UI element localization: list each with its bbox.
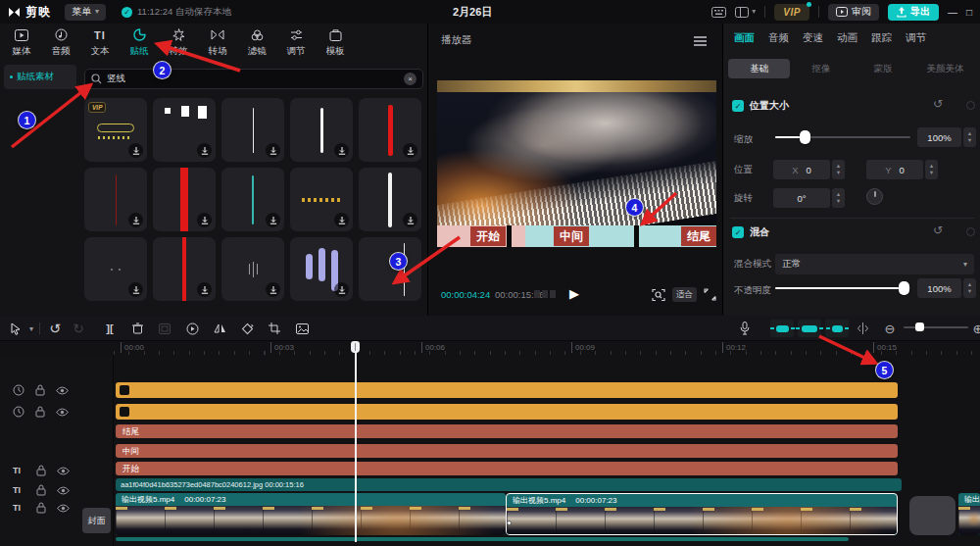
undo-button[interactable]: ↺ bbox=[47, 321, 63, 336]
sticker-tile[interactable] bbox=[290, 237, 353, 301]
clear-search-icon[interactable]: × bbox=[404, 73, 416, 85]
search-input[interactable] bbox=[107, 74, 399, 84]
sticker-tile[interactable]: VIP bbox=[84, 98, 147, 162]
eye-icon[interactable] bbox=[57, 504, 70, 513]
sticker-tile[interactable] bbox=[290, 168, 353, 231]
sticker-clip[interactable] bbox=[116, 404, 898, 420]
download-icon[interactable] bbox=[128, 213, 143, 227]
video-preview[interactable]: 开始 中间 结尾 bbox=[437, 80, 716, 247]
sticker-tile[interactable] bbox=[290, 98, 353, 162]
collapsed-clip[interactable] bbox=[909, 496, 956, 535]
playhead-handle[interactable] bbox=[351, 341, 360, 353]
select-tool[interactable] bbox=[8, 321, 24, 336]
checkbox-checked-icon[interactable]: ✓ bbox=[732, 100, 744, 112]
crop-button[interactable] bbox=[267, 321, 282, 336]
cover-button[interactable]: 封面 bbox=[82, 508, 111, 533]
fullscreen-icon[interactable] bbox=[704, 288, 716, 301]
preview-axis-toggle[interactable] bbox=[855, 321, 870, 336]
text-clip-middle[interactable]: 中间 bbox=[116, 444, 898, 458]
download-icon[interactable] bbox=[197, 143, 212, 158]
reset-icon[interactable]: ↺ bbox=[933, 223, 943, 237]
blend-mode-select[interactable]: 正常 ▾ bbox=[775, 254, 974, 274]
sticker-tile[interactable] bbox=[84, 237, 147, 301]
subtab-keying[interactable]: 抠像 bbox=[790, 59, 852, 78]
position-y-stepper[interactable]: ▲▼ bbox=[925, 160, 938, 179]
delete-button[interactable] bbox=[129, 321, 145, 336]
download-icon[interactable] bbox=[334, 213, 349, 227]
sticker-search-box[interactable]: × bbox=[84, 69, 423, 89]
scale-slider[interactable] bbox=[775, 130, 910, 144]
sticker-tile[interactable] bbox=[153, 98, 216, 162]
sticker-tile[interactable] bbox=[359, 98, 421, 162]
segment-end[interactable]: 结尾 bbox=[639, 225, 716, 247]
lock-icon[interactable] bbox=[36, 465, 46, 476]
fit-button[interactable]: 适合 bbox=[672, 287, 697, 302]
layout-switch-button[interactable]: ▾ bbox=[735, 7, 756, 18]
download-icon[interactable] bbox=[266, 282, 280, 297]
export-button[interactable]: 导出 bbox=[888, 4, 939, 21]
shortcut-keyboard-icon[interactable] bbox=[711, 7, 726, 18]
position-y-field[interactable]: Y 0 bbox=[866, 160, 923, 179]
playhead-line[interactable] bbox=[355, 341, 357, 542]
clip-handle-dot[interactable] bbox=[507, 521, 512, 525]
tab-speed[interactable]: 变速 bbox=[803, 31, 823, 45]
matting-button[interactable] bbox=[294, 321, 310, 336]
audio-strip[interactable] bbox=[116, 537, 849, 541]
tab-picture[interactable]: 画面 bbox=[734, 31, 755, 45]
rotate-stepper[interactable]: ▲▼ bbox=[832, 188, 845, 208]
sticker-tile[interactable] bbox=[84, 168, 147, 231]
download-icon[interactable] bbox=[403, 143, 417, 158]
video-clip-2-selected[interactable]: 输出视频5.mp400:00:07:23 bbox=[506, 493, 898, 535]
rotate-button[interactable] bbox=[239, 321, 255, 336]
rotate-knob[interactable] bbox=[866, 188, 883, 205]
sticker-clip[interactable] bbox=[116, 382, 898, 398]
opacity-stepper[interactable]: ▲▼ bbox=[963, 278, 976, 298]
subtab-beauty[interactable]: 美颜美体 bbox=[914, 59, 976, 78]
minimize-button[interactable]: — bbox=[948, 7, 957, 18]
tab-text[interactable]: TI文本 bbox=[80, 26, 120, 59]
main-track-magnet-toggle[interactable] bbox=[770, 320, 794, 337]
tab-tracking[interactable]: 跟踪 bbox=[871, 31, 892, 45]
segment-middle[interactable]: 中间 bbox=[512, 225, 634, 247]
text-clip-end[interactable]: 结尾 bbox=[116, 424, 898, 438]
clock-icon[interactable] bbox=[13, 406, 24, 418]
auto-snap-toggle[interactable] bbox=[798, 320, 821, 337]
timeline-zoom-slider[interactable] bbox=[904, 326, 968, 328]
tab-audio[interactable]: 音频 bbox=[41, 26, 80, 59]
sidebar-item-sticker-material[interactable]: 贴纸素材 bbox=[4, 65, 76, 89]
download-icon[interactable] bbox=[403, 213, 417, 227]
sticker-tile[interactable] bbox=[153, 168, 216, 231]
sticker-tile[interactable] bbox=[221, 237, 284, 301]
eye-icon[interactable] bbox=[57, 486, 70, 495]
clock-icon[interactable] bbox=[13, 384, 24, 396]
scale-slider-handle[interactable] bbox=[800, 130, 810, 144]
freeze-frame-button[interactable] bbox=[157, 321, 172, 336]
opacity-slider[interactable] bbox=[775, 281, 910, 295]
select-tool-caret[interactable]: ▾ bbox=[24, 321, 39, 336]
download-icon[interactable] bbox=[197, 282, 212, 297]
image-clip[interactable]: aa1f04f0d41b635273ed0487bc0240612.jpg 00… bbox=[116, 478, 902, 491]
sticker-tile[interactable] bbox=[221, 168, 284, 231]
opacity-value[interactable]: 100% bbox=[917, 278, 961, 298]
download-icon[interactable] bbox=[197, 213, 212, 227]
lock-icon[interactable] bbox=[36, 502, 46, 514]
sticker-tile[interactable] bbox=[359, 168, 421, 231]
timeline-ruler[interactable]: 00:00 00:03 00:06 00:09 00:12 00:15 bbox=[114, 341, 980, 355]
linkage-toggle[interactable] bbox=[825, 320, 849, 337]
checkbox-checked-icon[interactable]: ✓ bbox=[732, 226, 744, 238]
split-button[interactable]: ][ bbox=[102, 321, 118, 336]
download-icon[interactable] bbox=[128, 143, 143, 158]
lock-icon[interactable] bbox=[35, 406, 45, 418]
eye-icon[interactable] bbox=[56, 408, 69, 417]
video-clip-3-partial[interactable]: 输出视频5.m bbox=[958, 493, 980, 535]
keyframe-icon[interactable] bbox=[966, 101, 975, 110]
redo-button[interactable]: ↻ bbox=[71, 321, 86, 336]
sticker-tile[interactable] bbox=[359, 237, 421, 301]
reset-icon[interactable]: ↺ bbox=[933, 97, 943, 111]
lock-icon[interactable] bbox=[35, 384, 45, 396]
subtab-mask[interactable]: 蒙版 bbox=[853, 59, 914, 78]
video-clip-1[interactable]: 输出视频5.mp400:00:07:23 bbox=[116, 493, 506, 535]
zoom-in-icon[interactable]: ⊕ bbox=[970, 321, 980, 336]
download-icon[interactable] bbox=[334, 143, 349, 158]
position-x-field[interactable]: X 0 bbox=[773, 160, 830, 179]
